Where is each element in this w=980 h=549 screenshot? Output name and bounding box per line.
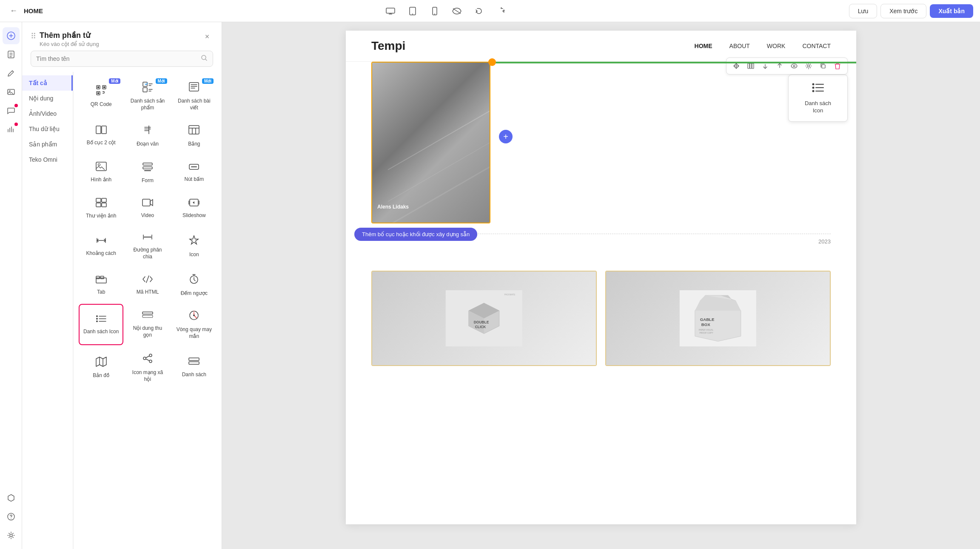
sidebar-chat[interactable] [3, 102, 20, 119]
redo-button[interactable] [493, 3, 509, 19]
export-button[interactable]: Xuất bản [930, 4, 973, 18]
paragraph-label: Đoạn văn [137, 141, 159, 148]
add-block-button[interactable]: + [499, 130, 513, 143]
element-form[interactable]: Form [125, 155, 170, 190]
gallery-item-1: DOUBLE CLICK PACKMATE [371, 271, 597, 366]
element-image[interactable]: Hình ảnh [79, 155, 123, 190]
cat-all[interactable]: Tất cả [22, 75, 73, 91]
element-table[interactable]: Bảng [172, 118, 217, 153]
article-list-icon [188, 81, 200, 95]
element-divider[interactable]: Đường phân chia [125, 227, 170, 266]
page-title: HOME [24, 7, 43, 14]
icon-list-label: Danh sách Icon [83, 329, 119, 335]
two-col-icon [95, 125, 107, 137]
form-label: Form [142, 177, 154, 184]
svg-rect-31 [96, 198, 101, 202]
element-spacing[interactable]: Khoảng cách [79, 227, 123, 266]
element-video[interactable]: Video [125, 191, 170, 225]
nav-about[interactable]: ABOUT [729, 43, 750, 49]
back-button[interactable]: ← [7, 4, 20, 18]
slideshow-icon [188, 198, 200, 210]
element-icon[interactable]: Icon [172, 227, 217, 266]
svg-rect-28 [143, 163, 152, 165]
element-html[interactable]: Mã HTML [125, 268, 170, 303]
element-two-col[interactable]: Bố cục 2 cột [79, 118, 123, 153]
cat-content[interactable]: Nội dung [22, 91, 73, 106]
top-toolbar: ← HOME Lưu Xem trước Xuất bản [0, 0, 980, 22]
timeline-year: 2023 [818, 238, 831, 245]
element-social-icon[interactable]: Icon mạng xã hội [125, 347, 170, 388]
svg-rect-32 [102, 198, 106, 202]
element-button[interactable]: Nút bấm [172, 155, 217, 190]
tab-label: Tab [97, 289, 105, 296]
svg-point-60 [808, 65, 810, 67]
element-lucky-spin[interactable]: Vòng quay may mắn [172, 304, 217, 345]
element-countdown[interactable]: Đếm ngược [172, 268, 217, 303]
desktop-view-button[interactable] [383, 3, 398, 19]
sidebar-add-element[interactable] [3, 27, 20, 44]
svg-rect-21 [143, 88, 147, 92]
save-button[interactable]: Lưu [849, 4, 877, 18]
sidebar-pages[interactable] [3, 46, 20, 63]
svg-rect-58 [752, 63, 754, 69]
canvas-inner: Tempi HOME ABOUT WORK CONTACT [222, 22, 980, 533]
paragraph-icon [142, 124, 154, 138]
svg-point-9 [9, 91, 10, 92]
image-label: Hình ảnh [91, 177, 111, 183]
sidebar-media[interactable] [3, 83, 20, 100]
nav-work[interactable]: WORK [767, 43, 786, 49]
cat-product[interactable]: Sản phẩm [22, 137, 73, 152]
svg-rect-0 [386, 8, 395, 13]
cat-teko[interactable]: Teko Omni [22, 152, 73, 167]
svg-point-53 [812, 83, 815, 86]
preview-button[interactable]: Xem trước [880, 4, 926, 18]
sidebar-help[interactable] [3, 508, 20, 525]
nav-contact[interactable]: CONTACT [802, 43, 831, 49]
panel-close-button[interactable]: × [201, 31, 213, 43]
element-product-list[interactable]: Mới Danh sách sản phẩm [125, 75, 170, 117]
website-frame: Tempi HOME ABOUT WORK CONTACT [346, 31, 856, 524]
compact-label: Nội dung thu gọn [129, 325, 166, 338]
element-map[interactable]: Bản đồ [79, 347, 123, 388]
cat-form[interactable]: Thu dữ liệu [22, 121, 73, 137]
toolbar-right: Lưu Xem trước Xuất bản [849, 4, 973, 18]
svg-rect-34 [102, 203, 106, 207]
mobile-view-button[interactable] [427, 3, 442, 19]
sidebar-apps[interactable] [3, 489, 20, 506]
nav-home[interactable]: HOME [695, 43, 712, 49]
undo-button[interactable] [471, 3, 487, 19]
element-slideshow[interactable]: Slideshow [172, 191, 217, 225]
sidebar-settings[interactable] [3, 527, 20, 544]
product-list-label: Danh sách sản phẩm [129, 98, 166, 111]
element-gallery[interactable]: Thư viện ảnh [79, 191, 123, 225]
sidebar-analytics[interactable] [3, 121, 20, 138]
sidebar-edit[interactable] [3, 65, 20, 82]
element-compact[interactable]: Nội dung thu gọn [125, 304, 170, 345]
element-tab[interactable]: Tab [79, 268, 123, 303]
svg-rect-29 [143, 167, 152, 169]
svg-point-11 [11, 518, 11, 519]
svg-text:BOX: BOX [701, 322, 710, 327]
svg-rect-33 [96, 203, 101, 207]
element-paragraph[interactable]: Đoạn văn [125, 118, 170, 153]
lucky-spin-icon [188, 309, 200, 324]
spacing-icon [95, 236, 107, 248]
svg-text:CLICK: CLICK [475, 325, 486, 329]
element-icon-list[interactable]: Danh sách Icon [79, 304, 123, 345]
gallery-grid: DOUBLE CLICK PACKMATE [371, 271, 831, 366]
search-input[interactable] [36, 55, 197, 62]
search-icon [201, 54, 208, 63]
social-icon-label: Icon mạng xã hội [129, 369, 166, 383]
element-article-list[interactable]: Mới Danh sách bài viết [172, 75, 217, 117]
selection-dot [488, 58, 496, 66]
tablet-view-button[interactable] [405, 3, 420, 19]
visibility-toggle-button[interactable] [449, 3, 464, 19]
cat-media[interactable]: Ảnh/Video [22, 106, 73, 121]
element-list[interactable]: Danh sách [172, 347, 217, 388]
panel-drag-handle[interactable]: ⠿ [31, 31, 36, 41]
svg-point-4 [434, 14, 435, 14]
list-icon [188, 357, 200, 369]
svg-point-42 [96, 318, 98, 320]
badge-new-article: Mới [202, 78, 214, 84]
element-qr-code[interactable]: Mới QR Code [79, 75, 123, 117]
